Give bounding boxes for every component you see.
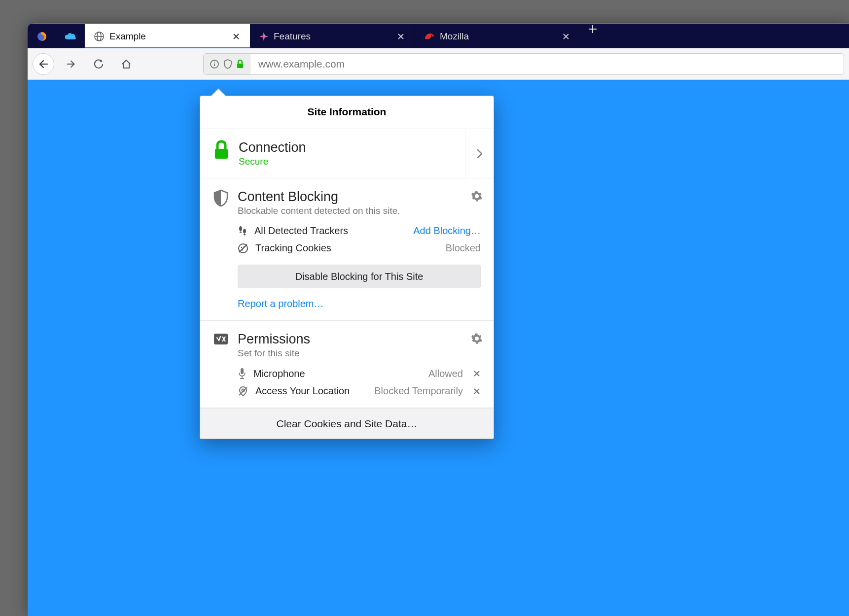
report-problem-link[interactable]: Report a problem… — [238, 298, 481, 309]
url-bar[interactable]: www.example.com — [203, 53, 844, 75]
url-text[interactable]: www.example.com — [250, 58, 844, 70]
permission-status: Blocked Temporarily — [374, 385, 463, 397]
svg-point-17 — [214, 62, 215, 63]
cloud-icon — [64, 32, 77, 41]
location-blocked-icon — [238, 386, 248, 397]
reload-button[interactable] — [88, 53, 109, 75]
tab-mozilla[interactable]: Mozilla — [415, 24, 580, 48]
cookie-label: Tracking Cookies — [255, 242, 331, 254]
panel-title: Site Information — [200, 96, 494, 129]
forward-button[interactable] — [60, 53, 82, 75]
gear-icon[interactable] — [471, 333, 483, 344]
connection-status: Secure — [239, 156, 306, 167]
shield-icon — [223, 59, 232, 69]
globe-icon — [94, 31, 105, 42]
svg-rect-29 — [214, 334, 228, 344]
permissions-subtitle: Set for this site — [238, 348, 310, 359]
content-blocking-section: Content Blocking Blockable content detec… — [200, 178, 494, 321]
permissions-icon — [213, 332, 229, 346]
new-tab-button[interactable] — [580, 24, 605, 34]
cookie-status: Blocked — [446, 242, 481, 254]
identity-box[interactable] — [204, 54, 250, 74]
gear-icon[interactable] — [471, 190, 483, 202]
home-button[interactable] — [115, 53, 137, 75]
lock-icon — [236, 60, 244, 68]
firefox-icon — [36, 31, 48, 42]
connection-section[interactable]: Connection Secure — [200, 129, 494, 178]
shield-icon — [213, 189, 229, 207]
footsteps-icon — [238, 226, 248, 237]
info-icon — [210, 59, 219, 69]
lock-icon — [213, 140, 230, 160]
svg-line-28 — [239, 244, 247, 252]
content-blocking-subtitle: Blockable content detected on this site. — [238, 205, 400, 216]
permissions-list: Microphone Allowed Access Your Location … — [238, 368, 481, 397]
tab-label: Mozilla — [440, 31, 556, 42]
cookie-row: Tracking Cookies Blocked — [238, 242, 481, 254]
svg-rect-32 — [241, 368, 244, 374]
browser-window: Example Features Mozilla — [28, 23, 849, 616]
svg-point-20 — [239, 226, 242, 231]
permission-label: Microphone — [253, 368, 305, 379]
microphone-icon — [238, 368, 247, 379]
tracker-row: All Detected Trackers Add Blocking… — [238, 225, 481, 237]
permissions-title: Permissions — [238, 332, 310, 347]
permission-label: Access Your Location — [255, 385, 350, 397]
nav-toolbar: www.example.com — [28, 48, 849, 80]
close-icon[interactable] — [396, 32, 406, 41]
tab-features[interactable]: Features — [250, 24, 415, 48]
site-info-panel: Site Information Connection Secure — [200, 96, 494, 439]
tab-label: Example — [109, 31, 226, 42]
tab-example[interactable]: Example — [85, 24, 250, 48]
cookie-blocked-icon — [238, 243, 248, 254]
add-blocking-link[interactable]: Add Blocking… — [413, 225, 481, 237]
permission-row-location: Access Your Location Blocked Temporarily — [238, 385, 481, 397]
back-button[interactable] — [33, 53, 54, 75]
permission-row-microphone: Microphone Allowed — [238, 368, 481, 379]
dino-icon — [424, 32, 435, 41]
clear-site-data-button[interactable]: Clear Cookies and Site Data… — [200, 408, 494, 439]
close-icon[interactable] — [231, 32, 241, 41]
permission-status: Allowed — [428, 368, 463, 379]
close-icon[interactable] — [561, 32, 571, 41]
urlbar-container: www.example.com — [203, 53, 844, 75]
tab-strip: Example Features Mozilla — [28, 23, 849, 48]
permissions-section: Permissions Set for this site Microphone… — [200, 321, 494, 408]
blocking-list: All Detected Trackers Add Blocking… Trac… — [238, 225, 481, 254]
svg-point-8 — [431, 34, 432, 35]
pinned-tab-firefox[interactable] — [28, 24, 56, 48]
svg-point-23 — [244, 234, 246, 235]
svg-rect-18 — [237, 64, 243, 68]
content-blocking-title: Content Blocking — [238, 189, 400, 205]
svg-rect-19 — [215, 149, 228, 159]
sparkle-icon — [259, 32, 269, 41]
clear-permission-button[interactable] — [473, 370, 481, 377]
connection-title: Connection — [239, 140, 306, 155]
disable-blocking-button[interactable]: Disable Blocking for This Site — [238, 265, 481, 288]
tracker-label: All Detected Trackers — [254, 225, 348, 237]
svg-point-22 — [243, 229, 246, 234]
svg-point-25 — [241, 246, 243, 248]
chevron-right-icon[interactable] — [465, 129, 494, 178]
tab-label: Features — [274, 31, 391, 42]
pinned-tab-app[interactable] — [56, 24, 85, 48]
clear-permission-button[interactable] — [473, 387, 481, 395]
svg-point-21 — [240, 231, 242, 233]
